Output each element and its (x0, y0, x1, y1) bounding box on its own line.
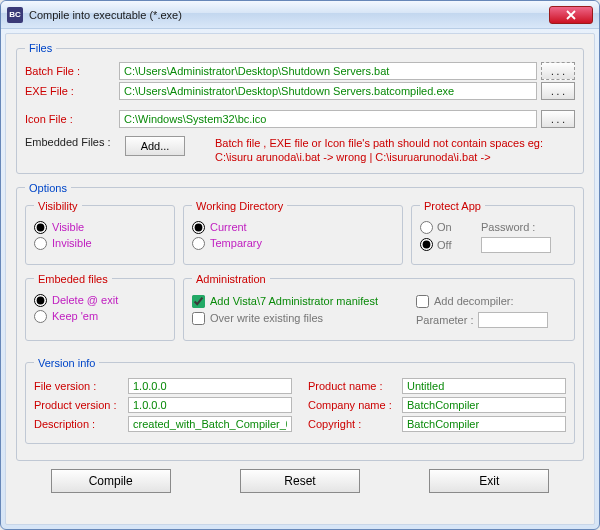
overwrite-label: Over write existing files (210, 312, 323, 324)
reset-button[interactable]: Reset (240, 469, 360, 493)
decompiler-label: Add decompiler: (434, 295, 514, 307)
bottom-buttons: Compile Reset Exit (16, 469, 584, 493)
embedded-files-label: Embedded Files : (25, 136, 115, 148)
delete-exit-radio[interactable] (34, 294, 47, 307)
app-window: BC Compile into executable (*.exe) Files… (0, 0, 600, 530)
password-input[interactable] (481, 237, 551, 253)
titlebar: BC Compile into executable (*.exe) (1, 1, 599, 29)
protect-legend: Protect App (420, 200, 485, 212)
exe-file-input[interactable] (119, 82, 537, 100)
file-version-input[interactable] (128, 378, 292, 394)
visible-radio[interactable] (34, 221, 47, 234)
icon-file-label: Icon File : (25, 113, 115, 125)
batch-file-label: Batch File : (25, 65, 115, 77)
version-group: Version info File version : Product vers… (25, 357, 575, 444)
decompiler-checkbox[interactable] (416, 295, 429, 308)
path-warning: Batch file , EXE file or Icon file's pat… (195, 136, 575, 165)
temp-label: Temparary (210, 237, 262, 249)
temp-radio[interactable] (192, 237, 205, 250)
product-version-input[interactable] (128, 397, 292, 413)
file-version-label: File version : (34, 380, 124, 392)
company-name-input[interactable] (402, 397, 566, 413)
manifest-label: Add Vista\7 Administrator manifest (210, 295, 378, 307)
protect-on-label: On (437, 221, 477, 233)
protect-group: Protect App On Password : Off (411, 200, 575, 265)
current-radio[interactable] (192, 221, 205, 234)
embed-legend: Embeded files (34, 273, 112, 285)
close-icon (566, 10, 576, 20)
batch-file-input[interactable] (119, 62, 537, 80)
manifest-checkbox[interactable] (192, 295, 205, 308)
compile-button[interactable]: Compile (51, 469, 171, 493)
copyright-label: Copyright : (308, 418, 398, 430)
visibility-legend: Visibility (34, 200, 82, 212)
close-button[interactable] (549, 6, 593, 24)
keep-label: Keep 'em (52, 310, 98, 322)
files-group: Files Batch File : . . . EXE File : . . … (16, 42, 584, 174)
visible-label: Visible (52, 221, 84, 233)
files-legend: Files (25, 42, 56, 54)
product-name-input[interactable] (402, 378, 566, 394)
embed-group: Embeded files Delete @ exit Keep 'em (25, 273, 175, 341)
parameter-input[interactable] (478, 312, 548, 328)
icon-file-input[interactable] (119, 110, 537, 128)
product-name-label: Product name : (308, 380, 398, 392)
invisible-radio[interactable] (34, 237, 47, 250)
exit-button[interactable]: Exit (429, 469, 549, 493)
client-area: Files Batch File : . . . EXE File : . . … (5, 33, 595, 525)
app-icon: BC (7, 7, 23, 23)
protect-off-radio[interactable] (420, 238, 433, 251)
icon-browse-button[interactable]: . . . (541, 110, 575, 128)
delete-exit-label: Delete @ exit (52, 294, 118, 306)
batch-browse-button[interactable]: . . . (541, 62, 575, 80)
window-title: Compile into executable (*.exe) (29, 9, 549, 21)
version-legend: Version info (34, 357, 99, 369)
product-version-label: Product version : (34, 399, 124, 411)
protect-off-label: Off (437, 239, 477, 251)
parameter-label: Parameter : (416, 314, 473, 326)
copyright-input[interactable] (402, 416, 566, 432)
options-legend: Options (25, 182, 71, 194)
invisible-label: Invisible (52, 237, 92, 249)
options-group: Options Visibility Visible Invisible Wor… (16, 182, 584, 461)
description-label: Description : (34, 418, 124, 430)
exe-browse-button[interactable]: . . . (541, 82, 575, 100)
overwrite-checkbox[interactable] (192, 312, 205, 325)
workdir-group: Working Directory Current Temparary (183, 200, 403, 265)
visibility-group: Visibility Visible Invisible (25, 200, 175, 265)
keep-radio[interactable] (34, 310, 47, 323)
admin-legend: Administration (192, 273, 270, 285)
description-input[interactable] (128, 416, 292, 432)
password-label: Password : (481, 221, 535, 233)
admin-group: Administration Add Vista\7 Administrator… (183, 273, 575, 341)
add-button[interactable]: Add... (125, 136, 185, 156)
current-label: Current (210, 221, 247, 233)
protect-on-radio[interactable] (420, 221, 433, 234)
exe-file-label: EXE File : (25, 85, 115, 97)
company-name-label: Company name : (308, 399, 398, 411)
workdir-legend: Working Directory (192, 200, 287, 212)
